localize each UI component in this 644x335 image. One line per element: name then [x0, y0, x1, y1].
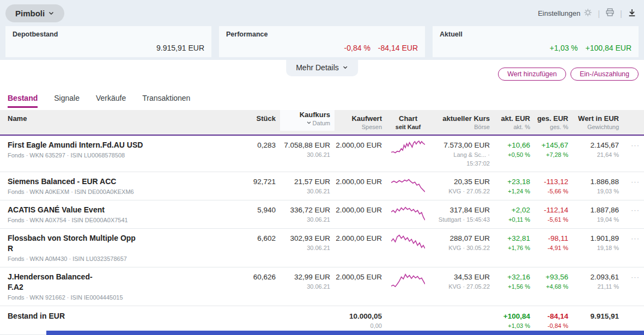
account-selector-label: Pimboli [15, 9, 45, 18]
kaufwert-value: 2.000,00 EUR [335, 176, 382, 187]
settings-label: Einstellungen [538, 9, 580, 17]
col-kaufkurs[interactable]: Kaufkurs Datum [280, 110, 335, 131]
performance-amount: -84,14 EUR [378, 44, 418, 52]
ges-pct-value: +7,28 % [534, 150, 568, 159]
akt-pct-value: +1,24 % [494, 187, 530, 196]
top-band: Pimboli Einstellungen | [0, 0, 644, 60]
kauf-datum: 30.06.21 [280, 243, 330, 252]
col-stueck[interactable]: Stück [238, 114, 280, 123]
kauf-datum: 30.06.21 [280, 215, 330, 224]
row-menu-button[interactable]: ··· [631, 272, 640, 282]
position-meta: Fonds · WKN 921662 · ISIN IE0004445015 [8, 293, 238, 302]
col-wert-in-eur[interactable]: Wert in EUR Gewichtung [573, 114, 623, 131]
more-details-button[interactable]: Mehr Details [286, 60, 358, 76]
wert-value: 2.093,61 [573, 272, 619, 282]
ges-eur-value: -112,14 [534, 205, 568, 215]
col-name: Name [0, 114, 238, 123]
position-meta: Fonds · WKN 635297 · ISIN LU0068578508 [8, 151, 238, 160]
kaufwert-value: 2.000,00 EUR [335, 140, 382, 150]
tab-verkaeufe[interactable]: Verkäufe [96, 94, 126, 108]
table-row[interactable]: J.Henderson Balanced- F.A2 Fonds · WKN 9… [0, 267, 644, 306]
stueck-value: 6,602 [238, 233, 276, 243]
position-meta: Fonds · WKN A0X754 · ISIN DE000A0X7541 [8, 216, 238, 224]
sparkline-chart [391, 176, 425, 193]
account-selector[interactable]: Pimboli [5, 4, 64, 22]
deposit-withdraw-button[interactable]: Ein-/Auszahlung [570, 68, 639, 81]
ges-eur-value: -98,11 [534, 233, 568, 243]
position-name[interactable]: Flossbach von Storch Multiple Opp [8, 233, 238, 243]
position-meta: Fonds · WKN A0KEXM · ISIN DE000A0KEXM6 [8, 187, 238, 196]
stueck-value: 5,940 [238, 205, 276, 215]
table-row[interactable]: ACATIS GANÉ Value Event Fonds · WKN A0X7… [0, 200, 644, 229]
position-name[interactable]: First Eagle Amundi Intern.Fd.AU USD [8, 140, 238, 150]
summary-kaufwert: 10.000,05 [335, 311, 382, 321]
add-value-button[interactable]: Wert hinzufügen [498, 68, 566, 81]
col-ges-eur[interactable]: ges. EUR ges. % [534, 114, 573, 131]
position-name[interactable]: ACATIS GANÉ Value Event [8, 205, 238, 215]
kurs-value: 20,35 EUR [430, 176, 490, 187]
boerse-info: Stuttgart · 15:45:43 [430, 215, 490, 224]
summary-spesen: 0,00 [335, 321, 382, 330]
row-menu-button[interactable]: ··· [631, 205, 640, 215]
table-row[interactable]: First Eagle Amundi Intern.Fd.AU USD Fond… [0, 136, 644, 172]
akt-pct-value: +0,50 % [494, 150, 530, 159]
kauf-datum: 30.06.21 [280, 150, 330, 159]
download-button[interactable] [628, 8, 636, 19]
ges-pct-value: -5,61 % [534, 215, 568, 224]
action-buttons: Wert hinzufügen Ein-/Auszahlung [498, 68, 639, 81]
row-menu-button[interactable]: ··· [631, 176, 640, 187]
ges-eur-value: -113,12 [534, 176, 568, 187]
boerse-info: KVG · 27.05.22 [430, 187, 490, 196]
chevron-down-icon [342, 63, 348, 72]
card-aktuell-label: Aktuell [440, 31, 631, 38]
gewichtung-value: 19,04 % [573, 215, 619, 224]
kauf-datum: 30.06.21 [280, 187, 330, 196]
akt-eur-value: +32,81 [494, 233, 530, 243]
card-performance-label: Performance [226, 31, 418, 38]
download-icon [628, 8, 636, 19]
wert-value: 1.886,88 [573, 176, 619, 187]
summary-wert: 9.915,91 [573, 311, 619, 321]
row-menu-button[interactable]: ··· [631, 233, 640, 243]
gewichtung-value: 19,18 % [573, 243, 619, 252]
col-akt-eur[interactable]: akt. EUR akt. % [494, 114, 534, 131]
tab-transaktionen[interactable]: Transaktionen [142, 94, 190, 108]
summary-label: Bestand in EUR [8, 311, 238, 321]
card-depotbestand-label: Depotbestand [13, 31, 204, 38]
settings-area: Einstellungen | | [538, 8, 636, 19]
kaufkurs-value: 336,72 EUR [280, 205, 330, 215]
sparkline-chart [391, 205, 425, 221]
performance-percent: -0,84 % [344, 44, 370, 52]
kaufkurs-value: 7.058,88 EUR [280, 140, 330, 150]
sparkline-chart [391, 140, 425, 156]
col-kaufwert[interactable]: Kaufwert Spesen [335, 114, 386, 131]
summary-ges-pct: -0,84 % [534, 321, 568, 330]
gewichtung-value: 19,03 % [573, 187, 619, 196]
summary-cards: Depotbestand 9.915,91 EUR Performance -0… [5, 26, 639, 57]
position-meta: Fonds · WKN A0M430 · ISIN LU0323578657 [8, 254, 238, 263]
gewichtung-value: 21,64 % [573, 150, 619, 159]
aktuell-percent: +1,03 % [550, 44, 578, 52]
sort-chevron-down-icon [306, 119, 312, 127]
akt-eur-value: +10,66 [494, 140, 530, 150]
col-aktueller-kurs[interactable]: aktueller Kurs Börse [430, 114, 494, 131]
card-aktuell-value: +1,03 %+100,84 EUR [550, 44, 631, 52]
boerse-info: KVG · 30.05.22 [430, 243, 490, 252]
position-name[interactable]: J.Henderson Balanced- [8, 272, 238, 282]
tab-signale[interactable]: Signale [54, 94, 80, 108]
tab-bestand[interactable]: Bestand [8, 94, 38, 108]
wert-value: 2.145,67 [573, 140, 619, 150]
summary-akt-pct: +1,03 % [494, 321, 530, 330]
print-button[interactable] [605, 8, 615, 19]
table-row[interactable]: Siemens Balanced - EUR ACC Fonds · WKN A… [0, 172, 644, 200]
row-menu-button[interactable]: ··· [631, 140, 640, 150]
position-name[interactable]: Siemens Balanced - EUR ACC [8, 176, 238, 187]
akt-eur-value: +2,02 [494, 205, 530, 215]
table-row[interactable]: Flossbach von Storch Multiple Opp R Fond… [0, 229, 644, 267]
ges-pct-value: +4,68 % [534, 282, 568, 291]
boerse-info: KVG · 27.05.22 [430, 282, 490, 291]
bottom-scrollbar[interactable] [46, 331, 644, 335]
position-name-line2: R [8, 243, 238, 254]
col-chart: Chart seit Kauf [386, 114, 430, 131]
settings-button[interactable]: Einstellungen [538, 8, 592, 19]
